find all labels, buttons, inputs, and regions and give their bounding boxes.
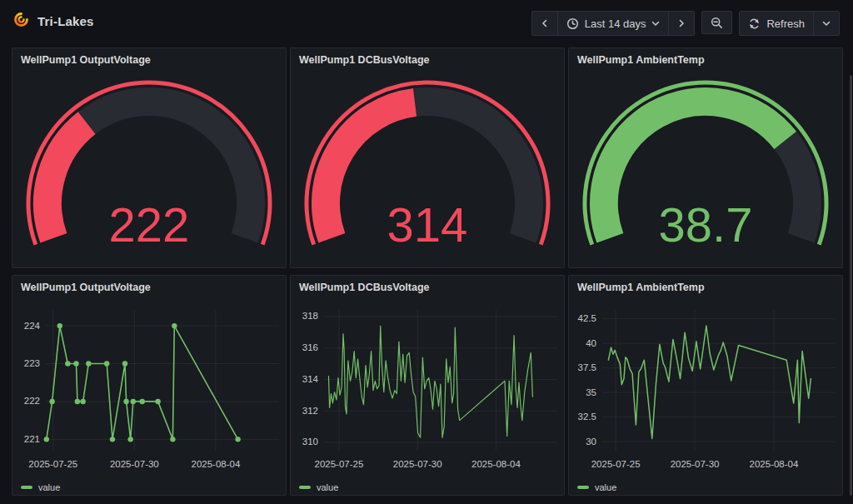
series-label: value xyxy=(38,482,60,492)
svg-text:30: 30 xyxy=(586,437,596,447)
refresh-button[interactable]: Refresh xyxy=(740,12,813,35)
time-range-button[interactable]: Last 14 days xyxy=(557,12,669,35)
panel-title: WellPump1 OutputVoltage xyxy=(21,282,151,293)
series-color-swatch xyxy=(577,486,589,489)
toolbar: Last 14 days xyxy=(531,11,840,36)
svg-text:2025-08-04: 2025-08-04 xyxy=(750,459,799,469)
series-color-swatch xyxy=(299,486,311,489)
svg-text:37.5: 37.5 xyxy=(578,362,596,372)
chevron-down-icon xyxy=(651,21,660,27)
grafana-dashboard: { "app": { "title": "Tri-Lakes" }, "tool… xyxy=(0,0,853,504)
panel-header[interactable]: WellPump1 DCBusVoltage xyxy=(291,276,564,299)
svg-text:2025-07-25: 2025-07-25 xyxy=(28,459,77,469)
series-color-swatch xyxy=(21,486,32,489)
svg-text:2025-07-25: 2025-07-25 xyxy=(591,459,641,469)
svg-text:42.5: 42.5 xyxy=(578,313,596,323)
panel-gauge-dcbusvoltage: WellPump1 DCBusVoltage 314 xyxy=(290,47,565,268)
chevron-right-icon xyxy=(677,19,686,27)
app-header: Tri-Lakes Last 14 days xyxy=(0,0,853,41)
svg-text:312: 312 xyxy=(302,406,318,416)
svg-text:2025-08-04: 2025-08-04 xyxy=(191,459,240,469)
refresh-group: Refresh xyxy=(739,11,840,36)
vertical-scrollbar[interactable] xyxy=(850,75,852,496)
panel-gauge-outputvoltage: WellPump1 OutputVoltage 222 xyxy=(12,47,287,268)
series-label: value xyxy=(317,482,338,492)
dashboard-title[interactable]: Tri-Lakes xyxy=(37,14,94,28)
timeseries-chart[interactable]: 3103123143163182025-07-252025-07-302025-… xyxy=(291,299,564,479)
svg-text:40: 40 xyxy=(586,338,596,348)
panel-header[interactable]: WellPump1 AmbientTemp xyxy=(569,276,842,299)
breadcrumb: Tri-Lakes xyxy=(13,12,94,31)
panel-gauge-ambienttemp: WellPump1 AmbientTemp 38.7 xyxy=(568,47,843,268)
gauge-chart[interactable]: 222 xyxy=(12,72,286,268)
panel-title: WellPump1 OutputVoltage xyxy=(21,54,151,66)
panel-timeseries-ambienttemp: WellPump1 AmbientTemp 3032.53537.54042.5… xyxy=(568,275,843,496)
panel-timeseries-outputvoltage: WellPump1 OutputVoltage 2212222232242025… xyxy=(12,275,287,496)
legend-item[interactable]: value xyxy=(291,479,564,496)
svg-text:2025-07-30: 2025-07-30 xyxy=(393,459,442,469)
series-label: value xyxy=(595,482,616,492)
svg-text:314: 314 xyxy=(387,197,468,252)
svg-text:222: 222 xyxy=(109,197,190,252)
svg-text:2025-07-30: 2025-07-30 xyxy=(671,459,720,469)
panel-title: WellPump1 AmbientTemp xyxy=(577,54,705,66)
panel-header[interactable]: WellPump1 AmbientTemp xyxy=(569,48,842,72)
svg-text:314: 314 xyxy=(302,374,319,384)
svg-text:221: 221 xyxy=(24,434,40,444)
svg-text:32.5: 32.5 xyxy=(578,412,596,422)
svg-text:318: 318 xyxy=(302,311,318,321)
svg-text:224: 224 xyxy=(24,321,41,331)
time-picker-group: Last 14 days xyxy=(531,11,696,36)
svg-text:2025-07-30: 2025-07-30 xyxy=(110,459,159,469)
time-shift-forward-button[interactable] xyxy=(668,12,694,35)
chevron-left-icon xyxy=(541,19,549,27)
svg-text:310: 310 xyxy=(302,437,318,447)
chevron-down-icon xyxy=(822,21,831,27)
svg-text:38.7: 38.7 xyxy=(659,197,753,252)
refresh-icon xyxy=(748,17,761,30)
panel-title: WellPump1 AmbientTemp xyxy=(577,282,705,293)
legend-item[interactable]: value xyxy=(569,479,842,496)
refresh-label: Refresh xyxy=(766,17,805,30)
svg-text:2025-08-04: 2025-08-04 xyxy=(471,459,521,469)
timeseries-chart[interactable]: 2212222232242025-07-252025-07-302025-08-… xyxy=(12,299,286,479)
panel-title: WellPump1 DCBusVoltage xyxy=(299,282,430,293)
panel-title: WellPump1 DCBusVoltage xyxy=(299,54,430,66)
svg-text:2025-07-25: 2025-07-25 xyxy=(314,459,363,469)
timeseries-chart[interactable]: 3032.53537.54042.52025-07-252025-07-3020… xyxy=(569,299,842,479)
panel-timeseries-dcbusvoltage: WellPump1 DCBusVoltage 31031231431631820… xyxy=(290,275,565,496)
panel-header[interactable]: WellPump1 OutputVoltage xyxy=(12,276,286,299)
svg-text:222: 222 xyxy=(24,396,40,406)
zoom-out-icon xyxy=(711,17,723,29)
time-range-label: Last 14 days xyxy=(585,17,646,30)
time-zoom-out-button[interactable] xyxy=(701,11,732,34)
panel-header[interactable]: WellPump1 DCBusVoltage xyxy=(291,48,564,72)
grafana-logo-icon[interactable] xyxy=(13,12,29,31)
svg-text:223: 223 xyxy=(24,358,40,368)
gauge-chart[interactable]: 38.7 xyxy=(569,72,842,268)
refresh-interval-button[interactable] xyxy=(813,12,839,35)
gauge-chart[interactable]: 314 xyxy=(291,72,564,268)
clock-icon xyxy=(566,17,579,30)
svg-text:35: 35 xyxy=(586,387,596,397)
svg-text:316: 316 xyxy=(302,342,318,352)
legend-item[interactable]: value xyxy=(12,479,286,496)
dashboard-grid: WellPump1 OutputVoltage 222 WellPump1 DC… xyxy=(12,47,843,496)
time-shift-back-button[interactable] xyxy=(532,12,557,35)
panel-header[interactable]: WellPump1 OutputVoltage xyxy=(12,48,286,72)
